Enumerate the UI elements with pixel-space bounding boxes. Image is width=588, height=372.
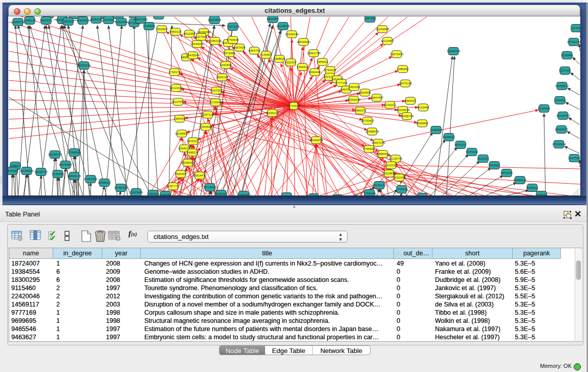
svg-text:10958117: 10958117: [98, 181, 112, 184]
svg-text:20206576: 20206576: [48, 153, 62, 156]
svg-text:19218506: 19218506: [276, 25, 290, 28]
svg-text:2522154: 2522154: [393, 176, 405, 179]
svg-text:15300213: 15300213: [266, 112, 279, 115]
svg-text:14136141: 14136141: [373, 184, 386, 187]
svg-text:7625402: 7625402: [175, 172, 187, 176]
svg-text:7462066: 7462066: [348, 85, 360, 89]
svg-text:6794028: 6794028: [324, 69, 336, 72]
svg-text:1733426: 1733426: [363, 192, 376, 195]
svg-text:16571355: 16571355: [134, 18, 148, 21]
svg-text:17957255: 17957255: [84, 178, 98, 181]
svg-text:1353594: 1353594: [200, 125, 212, 128]
svg-text:5878312: 5878312: [187, 140, 199, 143]
svg-text:13325419: 13325419: [285, 33, 299, 36]
svg-text:39975857: 39975857: [59, 163, 73, 166]
svg-text:10807457: 10807457: [370, 96, 384, 99]
svg-text:5498222: 5498222: [186, 151, 199, 154]
svg-text:3624554: 3624554: [359, 91, 371, 94]
svg-text:13495764: 13495764: [400, 115, 414, 118]
svg-text:19384554: 19384554: [310, 139, 323, 142]
svg-text:15692971: 15692971: [555, 128, 569, 131]
svg-text:5322037: 5322037: [285, 61, 297, 64]
svg-text:7632621: 7632621: [488, 164, 500, 167]
svg-text:16914479: 16914479: [193, 174, 207, 177]
svg-text:16543362: 16543362: [190, 42, 204, 46]
svg-text:15751074: 15751074: [567, 40, 580, 43]
svg-text:14961758: 14961758: [307, 52, 321, 55]
svg-text:17016504: 17016504: [552, 143, 566, 146]
svg-text:1588520: 1588520: [273, 57, 286, 60]
svg-text:7955812: 7955812: [316, 60, 329, 63]
svg-text:2933114: 2933114: [477, 157, 490, 160]
svg-text:8938914: 8938914: [443, 136, 455, 139]
svg-text:4170046: 4170046: [209, 101, 222, 104]
svg-text:9115460: 9115460: [418, 106, 430, 109]
svg-text:1292344: 1292344: [147, 192, 159, 195]
svg-text:10688609: 10688609: [365, 130, 379, 133]
svg-text:9245067: 9245067: [215, 192, 227, 195]
svg-text:1965493: 1965493: [173, 117, 186, 120]
svg-text:7886372: 7886372: [354, 109, 366, 112]
svg-text:10973493: 10973493: [390, 53, 404, 56]
svg-text:10654112: 10654112: [513, 179, 527, 182]
svg-text:1117421: 1117421: [571, 27, 580, 30]
svg-text:9699695: 9699695: [416, 122, 428, 125]
svg-text:1527602: 1527602: [102, 18, 115, 21]
svg-text:12505135: 12505135: [68, 174, 81, 178]
svg-text:7485063: 7485063: [397, 68, 409, 71]
svg-text:3675685: 3675685: [223, 52, 235, 55]
svg-text:18640910: 18640910: [297, 40, 311, 43]
svg-text:13524851: 13524851: [382, 172, 396, 175]
svg-text:1145194: 1145194: [52, 172, 64, 176]
svg-text:8990448: 8990448: [309, 71, 321, 74]
svg-text:9884067: 9884067: [377, 152, 389, 156]
svg-text:16154808: 16154808: [376, 28, 389, 31]
svg-text:8471676: 8471676: [500, 171, 513, 174]
svg-text:18724007: 18724007: [287, 104, 301, 107]
svg-text:1071915: 1071915: [153, 16, 165, 17]
svg-text:2087682: 2087682: [364, 17, 376, 20]
svg-text:16120746: 16120746: [389, 157, 403, 160]
svg-text:9329966: 9329966: [561, 54, 573, 57]
svg-text:9457771: 9457771: [167, 185, 179, 188]
svg-text:16782759: 16782759: [114, 186, 128, 189]
svg-text:16107552: 16107552: [171, 100, 185, 103]
svg-text:21564436: 21564436: [347, 98, 361, 101]
svg-text:8427552: 8427552: [210, 89, 223, 92]
svg-text:2089143: 2089143: [24, 19, 36, 22]
svg-text:12213302: 12213302: [169, 86, 183, 90]
svg-text:8813054: 8813054: [267, 17, 279, 20]
svg-text:9242848: 9242848: [220, 63, 232, 67]
svg-text:23420046: 23420046: [186, 54, 200, 57]
svg-text:8215958: 8215958: [538, 107, 550, 110]
svg-text:1362615: 1362615: [296, 65, 309, 69]
svg-text:2718170: 2718170: [168, 71, 181, 74]
svg-text:7357224: 7357224: [227, 25, 239, 28]
svg-text:15716485: 15716485: [203, 186, 217, 189]
svg-text:15720407: 15720407: [361, 119, 375, 122]
svg-text:2754546: 2754546: [227, 38, 239, 41]
svg-text:9227341: 9227341: [559, 69, 571, 72]
svg-text:10648784: 10648784: [447, 50, 461, 53]
svg-text:9146821: 9146821: [260, 53, 272, 56]
svg-text:18907249: 18907249: [372, 141, 385, 144]
svg-text:1167534: 1167534: [569, 157, 580, 160]
svg-text:12923446: 12923446: [129, 191, 143, 194]
svg-text:9777169: 9777169: [335, 81, 347, 84]
svg-text:6879197: 6879197: [454, 143, 467, 146]
svg-text:12093872: 12093872: [555, 84, 569, 87]
svg-text:2803144: 2803144: [216, 76, 228, 79]
svg-text:3267110: 3267110: [202, 113, 214, 116]
svg-text:9463627: 9463627: [40, 19, 52, 22]
svg-text:1733426: 1733426: [396, 188, 408, 191]
svg-text:16099484: 16099484: [181, 161, 195, 164]
svg-text:16210643: 16210643: [556, 114, 570, 117]
svg-text:7515524: 7515524: [143, 25, 155, 28]
svg-text:8454749: 8454749: [248, 49, 260, 52]
svg-text:19166825: 19166825: [175, 132, 189, 135]
svg-text:9327505: 9327505: [195, 35, 207, 38]
svg-text:12042737: 12042737: [34, 170, 48, 173]
svg-text:7663822: 7663822: [156, 28, 168, 31]
svg-text:8186328: 8186328: [209, 39, 221, 42]
svg-text:3915584: 3915584: [8, 169, 18, 172]
